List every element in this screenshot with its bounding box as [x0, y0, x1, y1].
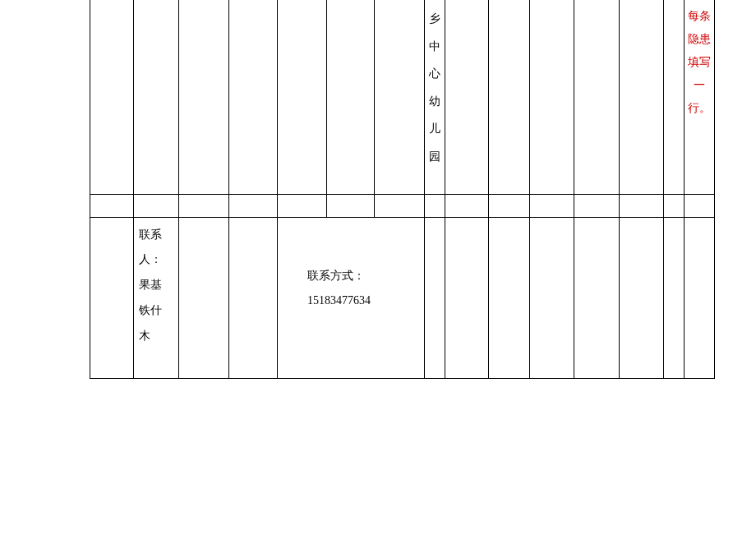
school-name-text: 乡 中 心 幼 儿 园 — [429, 12, 440, 163]
cell — [229, 217, 278, 378]
cell — [179, 0, 229, 194]
cell — [375, 194, 425, 217]
cell — [179, 194, 229, 217]
cell-contact-method: 联系方式： 15183477634 — [278, 217, 425, 378]
cell — [445, 217, 489, 378]
table-row: 联系人： 果基 铁什 木 联系方式： 15183477634 — [90, 217, 715, 378]
cell — [685, 194, 715, 217]
cell — [620, 194, 664, 217]
cell — [90, 194, 134, 217]
cell — [445, 194, 489, 217]
contact-method-label: 联系方式： — [307, 264, 421, 289]
cell-note: 每条隐患填写一行。 — [685, 0, 715, 194]
cell — [530, 194, 574, 217]
cell — [327, 0, 375, 194]
cell — [425, 194, 445, 217]
cell — [90, 0, 134, 194]
cell — [278, 194, 327, 217]
table-row: 乡 中 心 幼 儿 园 每条隐患填写一行。 — [90, 0, 715, 194]
document-table: 乡 中 心 幼 儿 园 每条隐患填写一行。 联系人： 果基 铁什 木 联系方式：… — [90, 0, 715, 379]
cell — [179, 217, 229, 378]
cell — [278, 0, 327, 194]
cell — [530, 0, 574, 194]
cell-school-name: 乡 中 心 幼 儿 园 — [425, 0, 445, 194]
cell — [685, 217, 715, 378]
cell — [489, 0, 530, 194]
cell — [134, 0, 179, 194]
cell — [620, 217, 664, 378]
cell — [425, 217, 445, 378]
cell — [90, 217, 134, 378]
cell — [445, 0, 489, 194]
cell — [574, 194, 620, 217]
cell — [664, 194, 685, 217]
cell — [574, 0, 620, 194]
cell — [489, 194, 530, 217]
cell — [229, 0, 278, 194]
cell — [327, 194, 375, 217]
contact-person-text: 联系人： 果基 铁什 木 — [139, 228, 162, 342]
note-text: 每条隐患填写一行。 — [688, 10, 711, 114]
cell — [664, 0, 685, 194]
table-row — [90, 194, 715, 217]
cell — [375, 0, 425, 194]
cell — [229, 194, 278, 217]
cell — [530, 217, 574, 378]
cell — [620, 0, 664, 194]
cell — [664, 217, 685, 378]
cell — [134, 194, 179, 217]
cell — [489, 217, 530, 378]
cell-contact-person: 联系人： 果基 铁什 木 — [134, 217, 179, 378]
cell — [574, 217, 620, 378]
contact-method-value: 15183477634 — [307, 288, 421, 314]
